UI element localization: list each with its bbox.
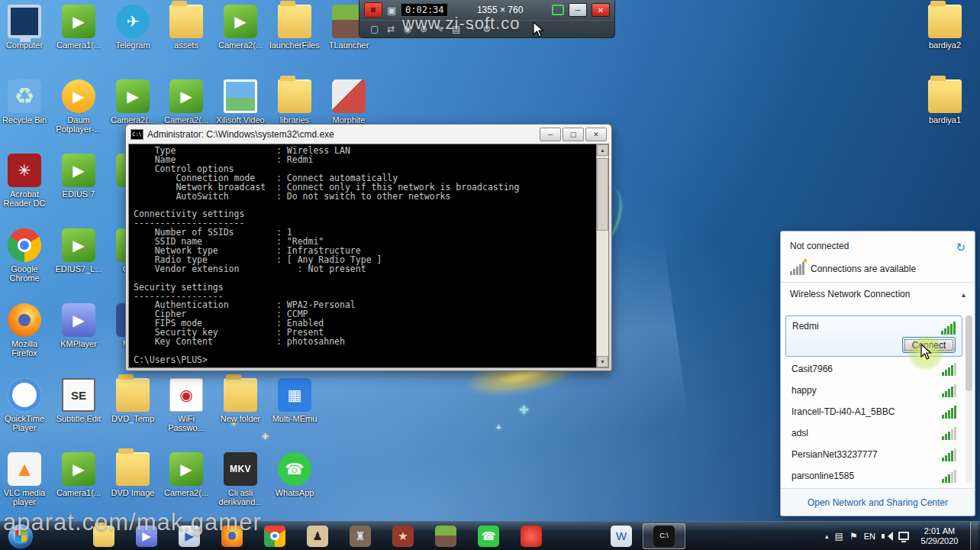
taskbar-chrome-icon[interactable] <box>253 522 296 550</box>
taskbar-firefox-icon[interactable] <box>211 522 253 550</box>
wireless-section-title: Wireless Network Connection <box>790 289 910 299</box>
desktop-icon-wifi-passwo[interactable]: ◉WiFi Passwo... <box>161 378 211 432</box>
taskbar-word-icon[interactable]: W <box>600 522 643 550</box>
desktop-icon-label: Recycle Bin <box>0 115 50 125</box>
desktop-icon-new-folder[interactable]: New folder <box>215 378 266 423</box>
swap-icon[interactable]: ⇄ <box>387 24 395 34</box>
flyout-scrollbar[interactable] <box>965 315 972 484</box>
taskbar-media-player-icon[interactable]: ▶ <box>168 522 211 550</box>
webcam-icon[interactable]: ◉ <box>403 24 411 34</box>
desktop-icon-google-chrome[interactable]: Google Chrome <box>0 228 50 283</box>
network-item-redmi[interactable]: RedmiConnect <box>785 315 962 357</box>
taskbar-game-tower-icon[interactable]: ♜ <box>339 522 382 550</box>
window-icon[interactable]: ▢ <box>370 24 379 34</box>
desktop-icon-kmplayer[interactable]: ▶KMPlayer <box>53 303 104 348</box>
network-item-adsl[interactable]: adsl <box>785 422 962 444</box>
desktop-icon-bardiya1[interactable]: bardiya1 <box>920 79 970 125</box>
connect-button[interactable]: Connect <box>902 337 956 353</box>
desktop-icon-recycle-bin[interactable]: ♻Recycle Bin <box>0 79 50 125</box>
taskbar-minecraft-icon[interactable] <box>424 522 467 550</box>
desktop-icon-telegram[interactable]: ✈Telegram <box>108 5 158 50</box>
desktop-icon-whatsapp[interactable]: ☎WhatsApp <box>269 452 320 497</box>
region-select-icon[interactable] <box>552 5 564 15</box>
scroll-up-icon[interactable]: ▲ <box>597 144 608 156</box>
show-desktop-button[interactable] <box>970 522 978 550</box>
chevron-up-icon[interactable]: ▴ <box>962 290 965 299</box>
crosshair-icon[interactable]: ⊕ <box>420 24 427 34</box>
desktop-icon-edius7-l[interactable]: ▶EDIUS7_L... <box>53 228 104 273</box>
scrollbar-thumb[interactable] <box>597 158 608 231</box>
tray-expand-icon[interactable]: ▴ <box>825 532 829 540</box>
desktop-icon-edius-7[interactable]: ▶EDIUS 7 <box>53 154 104 199</box>
recorder-close-button[interactable]: ✕ <box>592 3 610 17</box>
cmd-scrollbar[interactable]: ▲ ▼ <box>596 144 608 367</box>
gear-icon[interactable]: ⚙ <box>483 24 492 34</box>
minimize-button[interactable]: ─ <box>540 128 561 141</box>
desktop-icon-camera2[interactable]: ▶Camera2(... <box>161 79 211 125</box>
network-item-parsonline1585[interactable]: parsonline1585 <box>785 465 962 487</box>
scrollbar-thumb[interactable] <box>965 315 972 391</box>
taskbar-whatsapp-icon[interactable]: ☎ <box>467 522 510 550</box>
refresh-icon[interactable]: ↻ <box>956 241 965 254</box>
recorder-minimize-button[interactable]: ─ <box>569 3 587 17</box>
camera-icon[interactable]: ▣ <box>387 5 396 16</box>
clock-icon[interactable]: ◔ <box>469 24 474 34</box>
network-item-casit7966[interactable]: Casit7966 <box>785 358 962 380</box>
desktop-icon-label: Daum Potplayer-... <box>53 115 104 134</box>
signal-bars-icon <box>941 322 956 335</box>
desktop-icon-multi-memu[interactable]: ▦Multi-MEmu <box>269 378 320 423</box>
taskbar-recorder-icon[interactable] <box>510 522 553 550</box>
close-button[interactable]: ✕ <box>585 128 607 141</box>
network-item-irancell-td-i40-a1-5bbc[interactable]: Irancell-TD-i40-A1_5BBC <box>785 401 962 422</box>
desktop-icon-camera1[interactable]: ▶Camera1(... <box>53 5 104 50</box>
desktop-icon-xilisoft-video[interactable]: Xilisoft Video <box>215 79 266 125</box>
desktop-icon-dvd-image[interactable]: DVD Image <box>108 452 158 497</box>
desktop-icon-bardiya2[interactable]: bardiya2 <box>920 5 970 50</box>
desktop-icon-morphite[interactable]: Morphite <box>324 79 374 125</box>
star-icon: ★ <box>802 257 808 264</box>
record-stop-button[interactable] <box>364 2 382 18</box>
volume-icon[interactable] <box>882 532 892 541</box>
taskbar: ▶▶♟♜★☎WC:\ ▴ ▤ ⚑ EN 2:01 AM 5/29/2020 <box>0 521 980 550</box>
desktop-icon-computer[interactable]: Computer <box>0 5 50 50</box>
cmd-console-text[interactable]: Type : Wireless LAN Name : Redmi Control… <box>129 144 596 367</box>
pencil-icon[interactable]: ✎ <box>436 24 443 34</box>
network-item-persiannet33237777[interactable]: PersianNet33237777 <box>785 444 962 465</box>
taskbar-cmd-taskbar-icon[interactable]: C:\ <box>643 523 685 549</box>
network-item-happy[interactable]: happy <box>785 380 962 401</box>
desktop-icon-libraries[interactable]: libraries <box>269 79 320 125</box>
scroll-down-icon[interactable]: ▼ <box>597 356 608 367</box>
start-button[interactable] <box>8 523 34 549</box>
desktop-icon-camera2[interactable]: ▶Camera2(... <box>161 452 211 497</box>
language-indicator[interactable]: EN <box>864 532 875 541</box>
desktop-icon-cli-asli-derikvand[interactable]: MKVCli asli derikvand... <box>215 452 266 506</box>
recorder-toolbar: ▣ 0:02:34 1355 × 760 ─ ✕ ▢⇄◉⊕✎▤◔⚙ <box>359 0 615 38</box>
desktop-icon-dvd-temp[interactable]: DVD_Temp <box>108 378 158 423</box>
desktop-icon-mozilla-firefox[interactable]: Mozilla Firefox <box>0 303 50 358</box>
cmd-titlebar[interactable]: C:\ Administrator: C:\Windows\system32\c… <box>126 125 611 144</box>
taskbar-clock[interactable]: 2:01 AM 5/29/2020 <box>915 526 964 546</box>
desktop-icon-vlc-media-player[interactable]: ▲VLC media player <box>0 452 50 506</box>
open-network-sharing-link[interactable]: Open Network and Sharing Center <box>808 497 948 508</box>
folder-icon[interactable]: ▤ <box>452 24 460 34</box>
desktop-icon-launcherfiles[interactable]: launcherFiles <box>269 5 320 50</box>
wifi-password-icon: ◉ <box>169 378 203 412</box>
maximize-button[interactable]: ▢ <box>563 128 584 141</box>
action-center-icon[interactable]: ⚑ <box>849 531 858 542</box>
network-tray-icon[interactable] <box>898 532 909 540</box>
taskbar-game-red-icon[interactable]: ★ <box>382 522 424 550</box>
desktop-icon-subtitle-edit[interactable]: SESubtitle Edit <box>53 378 104 423</box>
network-name: Redmi <box>792 321 819 332</box>
desktop-icon-assets[interactable]: assets <box>161 5 211 50</box>
vlc-icon: ▲ <box>8 452 41 486</box>
taskbar-explorer-icon[interactable] <box>82 522 125 550</box>
desktop-icon-daum-potplayer[interactable]: ▶Daum Potplayer-... <box>53 79 104 134</box>
desktop-icon-quicktime-player[interactable]: QuickTime Player <box>0 378 50 432</box>
taskbar-counter-strike-icon[interactable]: ♟ <box>296 522 339 550</box>
desktop-icon-camera2[interactable]: ▶Camera2(... <box>108 79 158 125</box>
desktop-icon-acrobat-reader-dc[interactable]: ✳Acrobat Reader DC <box>0 154 50 208</box>
desktop-icon-camera1[interactable]: ▶Camera1(... <box>53 452 104 497</box>
taskbar-kmplayer-icon[interactable]: ▶ <box>125 522 168 550</box>
desktop-icon-camera2[interactable]: ▶Camera2(... <box>215 5 266 50</box>
tray-app-icon[interactable]: ▤ <box>835 531 843 542</box>
